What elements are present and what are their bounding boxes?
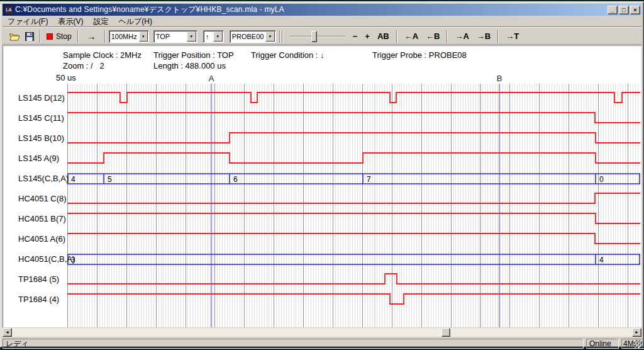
waveform-svg: 4567034 — [67, 84, 640, 327]
trigger-edge-value: ↑ — [204, 33, 213, 40]
set-marker-a-button[interactable]: →A — [451, 30, 472, 43]
length-info: Length : 488.000 us — [153, 61, 226, 71]
time-scale-label: 50 us — [56, 73, 76, 82]
open-folder-icon — [9, 32, 20, 41]
trigger-probe-combo[interactable]: PROBE00 ▼ — [230, 30, 276, 43]
toolbar-separator — [77, 30, 79, 43]
set-marker-b-button[interactable]: →B — [473, 30, 494, 43]
bus-value-label: 4 — [71, 175, 75, 184]
marker-label-b: B — [496, 74, 503, 83]
waveform-client-area: Sample Clock : 2MHz Trigger Position : T… — [3, 45, 641, 327]
status-online: Online — [586, 339, 619, 349]
channel-label: HC4051(C,B,A) — [18, 254, 75, 264]
channel-label: HC4051 A(6) — [18, 234, 65, 244]
zoom-in-button[interactable]: + — [361, 30, 374, 43]
chevron-down-icon[interactable]: ▼ — [213, 31, 223, 42]
digital-trace — [67, 193, 640, 203]
chevron-down-icon[interactable]: ▼ — [265, 31, 274, 42]
toolbar-separator — [447, 30, 448, 43]
menu-help[interactable]: ヘルプ(H) — [113, 16, 157, 28]
digital-trace — [67, 274, 640, 284]
menu-file[interactable]: ファイル(F) — [3, 16, 53, 28]
sample-clock-info: Sample Clock : 2MHz — [63, 50, 142, 60]
status-ready: レディ — [3, 339, 584, 349]
bus-value-label: 5 — [108, 175, 112, 184]
trigger-position-combo[interactable]: TOP ▼ — [153, 30, 197, 43]
trigger-position-info: Trigger Position : TOP — [153, 50, 234, 60]
toolbar-separator — [497, 30, 499, 43]
close-button[interactable]: × — [630, 6, 640, 14]
digital-trace — [67, 133, 640, 143]
toolbar-separator — [279, 30, 280, 43]
scrollbar-thumb[interactable] — [441, 328, 450, 337]
sample-clock-value: 100MHz — [109, 33, 139, 40]
open-file-button[interactable] — [6, 30, 23, 43]
zoom-info: Zoom : / 2 — [63, 61, 104, 71]
digital-trace — [67, 153, 640, 163]
run-button[interactable]: → — [82, 30, 101, 43]
toolbar-separator — [40, 30, 41, 43]
chevron-down-icon[interactable]: ▼ — [187, 31, 196, 42]
chevron-down-icon[interactable]: ▼ — [139, 31, 148, 42]
channel-label: LS145(C,B,A) — [18, 174, 69, 184]
menu-settings[interactable]: 設定 — [88, 16, 113, 28]
scroll-right-icon[interactable]: ► — [632, 328, 641, 337]
menu-bar: ファイル(F) 表示(V) 設定 ヘルプ(H) — [3, 16, 641, 27]
digital-trace — [67, 113, 640, 123]
bus-value-label: 0 — [599, 175, 604, 184]
zoom-ab-button[interactable]: AB — [374, 30, 393, 43]
stop-icon — [47, 33, 53, 40]
trigger-probe-info: Trigger Probe : PROBE08 — [372, 50, 467, 60]
channel-label: LS145 A(9) — [18, 154, 59, 164]
maximize-button[interactable]: □ — [619, 6, 629, 14]
toolbar: Stop → 100MHz ▼ TOP ▼ ↑ ▼ PROBE00 ▼ − + … — [3, 28, 641, 45]
save-floppy-icon — [25, 32, 34, 41]
goto-marker-a-button[interactable]: ←A — [401, 30, 422, 43]
window-title: C:¥Documents and Settings¥noname¥デスクトップ¥… — [15, 4, 608, 15]
marker-label-a: A — [208, 74, 215, 83]
bus-value-label: 7 — [367, 175, 371, 184]
zoom-slider-track — [290, 36, 345, 37]
zoom-out-button[interactable]: − — [349, 30, 362, 43]
trigger-edge-combo[interactable]: ↑ ▼ — [203, 30, 224, 43]
digital-trace — [67, 294, 640, 304]
stop-label: Stop — [56, 32, 72, 41]
trigger-probe-value: PROBE00 — [230, 33, 266, 40]
zoom-slider[interactable] — [289, 30, 347, 43]
stop-button[interactable]: Stop — [44, 30, 74, 43]
channel-label: HC4051 B(7) — [18, 214, 66, 224]
save-file-button[interactable] — [23, 30, 36, 43]
channel-label: TP1684 (5) — [18, 274, 59, 285]
status-bar: レディ Online 4MBit — [3, 338, 641, 349]
goto-trigger-button[interactable]: →T — [502, 30, 523, 43]
digital-trace — [67, 213, 640, 223]
waveform-panel[interactable]: 4567034 — [67, 84, 640, 327]
trigger-position-value: TOP — [154, 33, 187, 40]
channel-label: LS145 D(12) — [18, 93, 65, 103]
minimize-button[interactable]: _ — [608, 6, 618, 14]
digital-trace — [67, 93, 640, 103]
channel-label: LS145 C(11) — [18, 113, 64, 123]
channel-label: HC4051 C(8) — [18, 194, 67, 204]
bus-value-label: 4 — [599, 256, 604, 264]
channel-label: LS145 B(10) — [18, 133, 64, 144]
zoom-slider-thumb[interactable] — [311, 31, 317, 42]
goto-marker-b-button[interactable]: ←B — [422, 30, 443, 43]
app-window: LA C:¥Documents and Settings¥noname¥デスクト… — [0, 1, 644, 347]
bus-value-label: 6 — [233, 175, 238, 184]
channel-label: TP1684 (4) — [18, 295, 59, 305]
title-bar[interactable]: LA C:¥Documents and Settings¥noname¥デスクト… — [3, 4, 641, 16]
digital-trace — [67, 234, 640, 244]
menu-view[interactable]: 表示(V) — [53, 16, 88, 28]
horizontal-scrollbar[interactable]: ◄ ► — [3, 328, 641, 337]
toolbar-separator — [396, 30, 397, 43]
sample-clock-combo[interactable]: 100MHz ▼ — [109, 30, 149, 43]
toolbar-separator — [104, 30, 106, 43]
resize-grip-icon[interactable] — [633, 340, 641, 348]
app-icon[interactable]: LA — [4, 6, 13, 14]
scroll-left-icon[interactable]: ◄ — [3, 328, 12, 337]
trigger-condition-info: Trigger Condition : ↓ — [251, 50, 325, 60]
toolbar-separator — [282, 30, 283, 43]
